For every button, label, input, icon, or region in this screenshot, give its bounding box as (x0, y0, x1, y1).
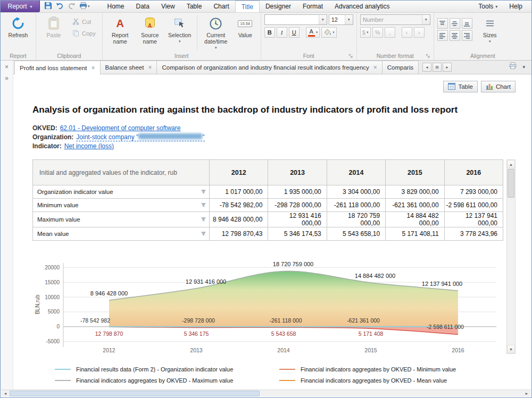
table-value-cell[interactable]: 1 935 000,00 (268, 185, 327, 199)
table-value-cell[interactable]: -2 598 611 000,00 (444, 199, 503, 212)
vertical-scrollbar-track[interactable] (507, 168, 515, 345)
align-right-button[interactable] (462, 30, 472, 41)
thousands-separator-button[interactable]: , (385, 27, 395, 38)
organization-link[interactable]: Joint-stock company "" (76, 133, 204, 141)
doc-tab-balance-sheet[interactable]: Balance sheet× (100, 61, 157, 74)
scroll-down-icon[interactable]: ▼ (507, 345, 515, 353)
current-datetime-button[interactable]: Current date/time ▾ (200, 14, 232, 50)
scroll-up-icon[interactable]: ▲ (507, 160, 515, 168)
scroll-right-icon[interactable]: ► (522, 390, 531, 397)
vertical-scrollbar[interactable]: ▲ ▼ (506, 159, 516, 354)
dialog-launcher-icon[interactable] (426, 54, 430, 58)
align-bottom-button[interactable] (462, 18, 472, 29)
menu-tab-advanced-analytics[interactable]: Advanced analytics (329, 1, 395, 12)
report-menu-button[interactable]: Report ▾ (1, 1, 40, 12)
table-value-cell[interactable]: 1 017 000,00 (210, 185, 268, 199)
print-preview-button[interactable] (509, 62, 517, 71)
menu-tab-data[interactable]: Data (130, 1, 155, 12)
copy-button[interactable]: Copy (69, 28, 99, 39)
chart-view-button[interactable]: Chart (481, 81, 516, 92)
filter-funnel-icon[interactable] (201, 217, 206, 223)
currency-format-button[interactable]: $▾ (360, 27, 371, 38)
row-label-cell[interactable]: Minimum value (33, 199, 210, 212)
table-value-cell[interactable]: -78 542 982,00 (210, 199, 268, 212)
menu-tab-help[interactable]: Help (503, 1, 528, 12)
table-value-cell[interactable]: 3 829 000,00 (386, 185, 444, 199)
scroll-left-icon[interactable]: ◄ (1, 390, 10, 397)
table-value-cell[interactable]: 12 931 416 000,00 (268, 212, 327, 227)
dialog-launcher-icon[interactable] (348, 54, 353, 58)
menu-tab-view[interactable]: View (155, 1, 181, 12)
sizes-button[interactable]: Sizes ▾ (478, 14, 502, 45)
close-icon[interactable]: × (148, 64, 152, 71)
undo-button[interactable] (55, 2, 65, 12)
indicator-link[interactable]: Net income (loss) (64, 142, 114, 150)
tab-list-button[interactable]: ▤ (433, 63, 442, 72)
table-year-header[interactable]: 2016 (444, 160, 503, 185)
horizontal-scrollbar[interactable]: ◄ ► (1, 389, 531, 397)
table-value-cell[interactable]: -261 118 000,00 (327, 199, 385, 212)
legend-item[interactable]: Financial indicators aggregates by OKVED… (279, 377, 521, 384)
menu-tab-home[interactable]: Home (102, 1, 130, 12)
menu-tab-chart[interactable]: Chart (207, 1, 235, 12)
row-label-cell[interactable]: Maximum value (33, 212, 210, 227)
filter-funnel-icon[interactable] (201, 202, 206, 208)
menu-tab-tools[interactable]: Tools▾ (472, 1, 503, 12)
table-value-cell[interactable]: 5 171 408,11 (386, 227, 444, 241)
align-top-button[interactable] (437, 18, 448, 29)
legend-item[interactable]: Financial indicators aggregates by OKVED… (279, 366, 521, 372)
table-value-cell[interactable]: 3 778 243,96 (444, 227, 503, 241)
table-value-cell[interactable]: 7 293 000,00 (444, 185, 503, 199)
filter-funnel-icon[interactable] (201, 231, 206, 237)
align-left-button[interactable] (437, 30, 448, 41)
table-year-header[interactable]: 2013 (268, 160, 327, 185)
font-color-button[interactable]: A ▾ (306, 27, 320, 38)
menu-tab-title[interactable]: Title (235, 1, 260, 12)
table-value-cell[interactable]: 5 543 658,10 (327, 227, 385, 241)
cut-button[interactable]: Cut (69, 16, 99, 27)
bold-button[interactable]: B (264, 27, 275, 38)
report-name-button[interactable]: A Report name (106, 14, 135, 48)
table-value-cell[interactable]: 18 720 759 000,00 (327, 212, 385, 227)
percent-format-button[interactable]: % (372, 27, 383, 38)
close-icon[interactable]: × (92, 65, 95, 71)
decrease-decimal-button[interactable]: ‹ (402, 27, 412, 38)
redo-button[interactable] (66, 2, 77, 12)
close-icon[interactable]: × (373, 64, 377, 71)
menu-tab-table[interactable]: Table (181, 1, 208, 12)
doc-tab-comparison-of-organization-and-industry-financial-result-indicators-frequency[interactable]: Comparison of organization and industry … (156, 61, 382, 74)
tab-scroll-left-button[interactable]: ◄ (422, 63, 431, 72)
source-name-button[interactable]: A Source name (136, 14, 164, 48)
font-size-select[interactable]: 12 ▾ (329, 14, 353, 25)
table-value-cell[interactable]: 12 137 941 000,00 (444, 212, 503, 227)
increase-decimal-button[interactable]: › (414, 27, 425, 38)
doc-tab-comparis[interactable]: Comparis (382, 61, 419, 74)
table-year-header[interactable]: 2015 (386, 160, 444, 185)
table-value-cell[interactable]: -298 728 000,00 (268, 199, 327, 212)
row-label-cell[interactable]: Mean value (33, 227, 210, 241)
fill-color-button[interactable]: ▾ (321, 27, 337, 38)
save-button[interactable] (43, 2, 53, 12)
value-button[interactable]: 15.58 Value (233, 14, 257, 48)
vertical-scrollbar-thumb[interactable] (508, 169, 514, 198)
table-year-header[interactable]: 2012 (210, 160, 268, 185)
row-label-cell[interactable]: Organization indicator value (33, 185, 210, 199)
table-value-cell[interactable]: 3 304 000,00 (327, 185, 385, 199)
filter-funnel-icon[interactable] (201, 189, 206, 195)
selection-button[interactable]: Selection ▾ (165, 14, 194, 48)
table-value-cell[interactable]: -621 361 000,00 (386, 199, 444, 212)
menu-tab-format[interactable]: Format (297, 1, 329, 12)
close-panel-icon[interactable]: × (3, 63, 11, 71)
expand-panel-icon[interactable]: » (3, 74, 11, 82)
underline-button[interactable]: U (289, 27, 300, 38)
table-value-cell[interactable]: 5 346 174,53 (268, 227, 327, 241)
paste-button[interactable]: Paste (39, 14, 68, 48)
horizontal-scrollbar-thumb[interactable] (10, 391, 260, 396)
legend-item[interactable]: Financial results data (Form 2) - Organi… (55, 366, 279, 372)
refresh-button[interactable]: Refresh (4, 14, 32, 48)
legend-item[interactable]: Financial indicators aggregates by OKVED… (55, 377, 279, 384)
font-family-select[interactable]: ▾ (264, 14, 327, 25)
align-middle-button[interactable] (450, 18, 460, 29)
italic-button[interactable]: I (277, 27, 287, 38)
table-value-cell[interactable]: 8 946 428 000,00 (210, 212, 268, 227)
